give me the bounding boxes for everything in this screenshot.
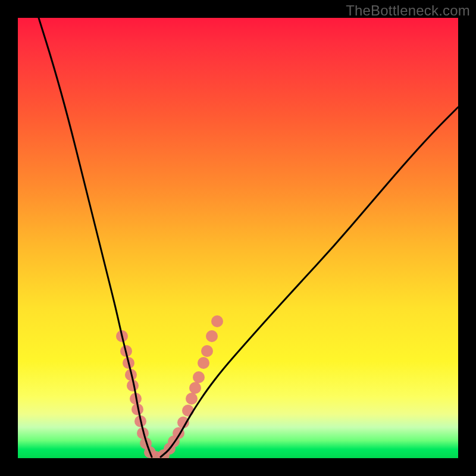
curve-left-branch	[39, 18, 152, 457]
spots-layer	[116, 315, 223, 458]
data-spot	[206, 330, 218, 342]
data-spot	[182, 405, 194, 416]
curve-right-branch	[161, 107, 458, 457]
chart-svg	[18, 18, 458, 458]
data-spot	[198, 357, 209, 369]
data-spot	[193, 371, 205, 383]
watermark-text: TheBottleneck.com	[346, 2, 470, 19]
data-spot	[201, 345, 213, 357]
data-spot	[211, 315, 223, 327]
data-spot	[189, 382, 201, 394]
frame: TheBottleneck.com	[0, 0, 476, 476]
plot-area	[18, 18, 458, 458]
data-spot	[186, 393, 198, 405]
